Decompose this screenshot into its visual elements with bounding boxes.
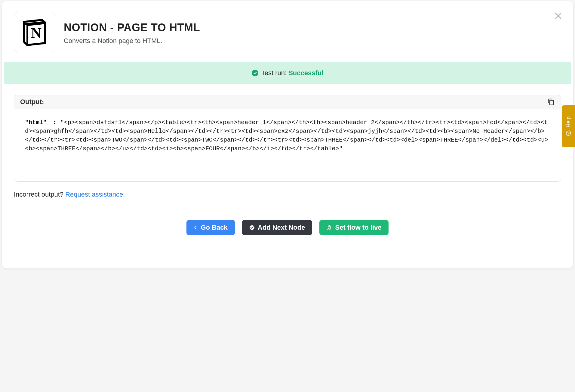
output-label: Output: [20,98,44,106]
set-flow-live-button[interactable]: Set flow to live [319,220,389,235]
output-content: "html":"<p><span>dsfdsf1</span></p><tabl… [25,118,550,153]
add-next-node-button[interactable]: Add Next Node [242,220,312,235]
status-result: Successful [288,69,323,77]
modal-header: N NOTION - PAGE TO HTML Converts a Notio… [2,1,573,62]
output-json-colon: : [47,119,60,126]
svg-point-5 [568,134,569,134]
status-text: Test run: Successful [261,69,324,77]
go-back-button[interactable]: Go Back [186,220,235,235]
assistance-text: Incorrect output? Request assistance. [14,191,561,198]
status-prefix: Test run: [261,69,288,77]
output-json-value: "<p><span>dsfdsf1</span></p><table><tr><… [25,119,548,152]
request-assistance-link[interactable]: Request assistance. [65,191,125,198]
svg-text:N: N [31,25,42,41]
output-body: "html":"<p><span>dsfdsf1</span></p><tabl… [14,109,561,181]
copy-icon [547,98,555,106]
notion-icon: N [18,16,51,49]
chevron-left-icon [194,225,198,230]
close-icon [554,12,562,20]
modal-dialog: N NOTION - PAGE TO HTML Converts a Notio… [2,1,573,268]
notion-app-icon: N [14,12,55,53]
status-bar: Test run: Successful [4,62,571,84]
help-icon [565,130,571,136]
page-title: NOTION - PAGE TO HTML [64,21,200,34]
help-label: Help [565,116,572,127]
assistance-prefix: Incorrect output? [14,191,65,198]
rocket-icon [327,225,332,230]
go-back-label: Go Back [201,224,228,231]
set-live-label: Set flow to live [335,224,381,231]
action-bar: Go Back Add Next Node Set flow to live [2,198,573,247]
success-icon [252,70,258,76]
output-panel: Output: "html":"<p><span>dsfdsf1</span><… [14,95,561,182]
svg-rect-1 [550,100,554,105]
output-header: Output: [14,95,561,109]
svg-point-3 [329,226,330,227]
copy-button[interactable] [547,98,555,106]
output-json-key: "html" [25,119,47,126]
help-tab[interactable]: Help [562,105,575,147]
check-circle-icon [249,225,255,230]
close-button[interactable] [554,12,562,20]
page-subtitle: Converts a Notion page to HTML. [64,37,200,45]
header-text: NOTION - PAGE TO HTML Converts a Notion … [64,12,200,45]
add-next-label: Add Next Node [258,224,305,231]
